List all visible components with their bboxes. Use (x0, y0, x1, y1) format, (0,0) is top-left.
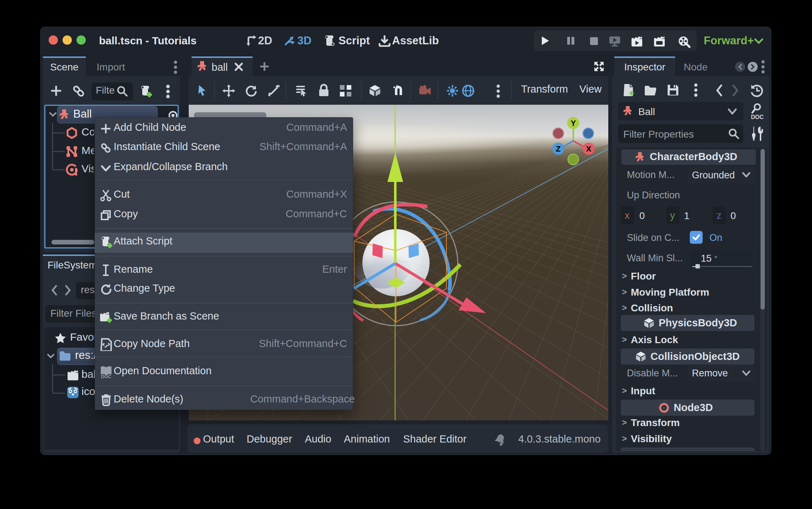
svg-text:Y: Y (571, 119, 576, 128)
svg-text:DOC: DOC (751, 114, 764, 120)
svg-text:Z: Z (556, 144, 560, 153)
svg-text:X: X (586, 144, 591, 153)
svg-text:DOC: DOC (101, 374, 112, 379)
